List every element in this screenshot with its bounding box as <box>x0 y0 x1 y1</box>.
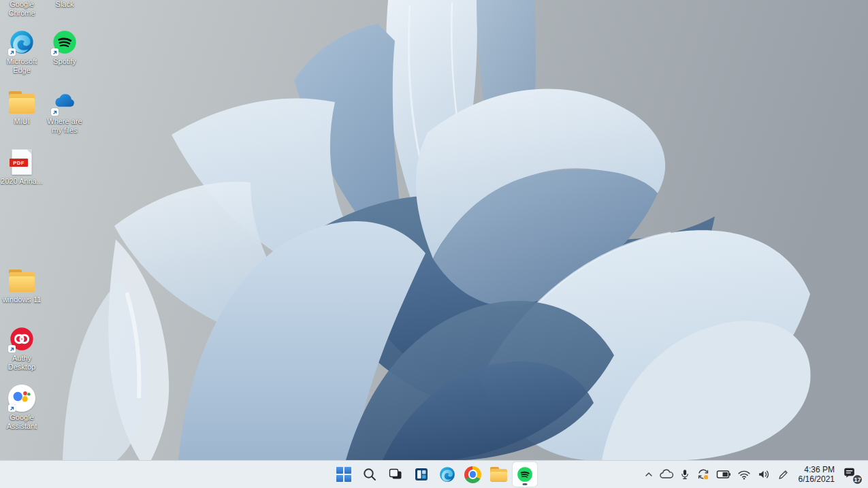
pen-icon <box>776 468 790 481</box>
pdf-icon: PDF <box>12 149 32 175</box>
pen-tray-button[interactable] <box>776 468 790 481</box>
search-icon <box>361 466 378 483</box>
folder-icon <box>8 270 35 292</box>
icon-label: MIUI <box>14 117 29 126</box>
taskbar-center-icons <box>332 461 537 488</box>
icon-label: Slack <box>56 0 74 9</box>
icon-label: Google Assistant <box>0 413 44 431</box>
desktop-icon-windows-11-folder[interactable]: windows 11 <box>0 267 44 304</box>
icon-label: Authy Desktop <box>0 354 44 372</box>
clock[interactable]: 4:36 PM 6/16/2021 <box>799 465 835 484</box>
shortcut-arrow-icon <box>8 345 16 353</box>
widgets-button[interactable] <box>409 462 434 487</box>
volume-tray-button[interactable] <box>756 468 771 481</box>
notification-center-button[interactable]: 17 <box>842 466 857 483</box>
system-tray: 4:36 PM 6/16/2021 17 <box>643 461 864 488</box>
pdf-badge: PDF <box>10 159 28 167</box>
task-view-button[interactable] <box>383 462 408 487</box>
shortcut-arrow-icon <box>51 48 59 56</box>
desktop-icon-2020-anna-pdf[interactable]: PDF 2020 Anna... <box>0 148 44 186</box>
spotify-icon <box>516 466 534 483</box>
icon-label: Microsoft Edge <box>0 57 44 75</box>
windows-start-icon <box>336 467 351 482</box>
notification-count-badge: 17 <box>852 474 863 485</box>
spotify-taskbar-button[interactable] <box>513 462 537 487</box>
desktop-icon-microsoft-edge[interactable]: Microsoft Edge <box>0 29 44 75</box>
running-app-indicator <box>522 483 527 485</box>
battery-tray-button[interactable] <box>716 468 732 481</box>
wifi-icon <box>737 468 752 481</box>
folder-icon <box>8 91 35 114</box>
shortcut-arrow-icon <box>8 48 16 56</box>
wifi-tray-button[interactable] <box>737 468 752 481</box>
desktop-icon-google-assistant[interactable]: Google Assistant <box>0 385 44 431</box>
icon-label: Where are my files <box>43 117 86 135</box>
cloud-onedrive-icon <box>659 468 674 481</box>
microphone-tray-button[interactable] <box>679 467 691 482</box>
windows-11-desktop: Google Chrome Slack <box>0 0 868 488</box>
start-button[interactable] <box>332 462 356 487</box>
taskbar: 4:36 PM 6/16/2021 17 <box>0 460 868 488</box>
folder-icon <box>489 467 508 482</box>
desktop-icon-slack[interactable]: Slack <box>43 0 86 9</box>
microphone-icon <box>679 467 691 482</box>
sync-status-tray-button[interactable] <box>696 467 711 482</box>
search-button[interactable] <box>357 462 382 487</box>
chevron-up-icon <box>643 468 654 481</box>
icon-label: Spotify <box>53 57 76 66</box>
chrome-icon <box>464 466 481 483</box>
edge-icon <box>438 466 456 483</box>
shortcut-arrow-icon <box>51 108 59 116</box>
desktop-icon-area: Google Chrome Slack <box>0 0 136 460</box>
icon-label: 2020 Anna... <box>1 177 43 186</box>
task-view-icon <box>387 466 404 483</box>
hidden-icons-chevron[interactable] <box>643 468 654 481</box>
desktop-icon-authy-desktop[interactable]: Authy Desktop <box>0 325 44 372</box>
icon-label: windows 11 <box>3 295 42 304</box>
time-label: 4:36 PM <box>804 465 835 474</box>
edge-taskbar-button[interactable] <box>435 462 460 487</box>
desktop-icon-spotify[interactable]: Spotify <box>43 29 86 66</box>
icon-label: Google Chrome <box>0 0 44 18</box>
widgets-icon <box>413 466 430 483</box>
file-explorer-button[interactable] <box>487 462 511 487</box>
desktop-icon-miui-folder[interactable]: MIUI <box>0 88 44 126</box>
chrome-taskbar-button[interactable] <box>461 462 485 487</box>
shortcut-arrow-icon <box>8 404 16 412</box>
desktop-icon-google-chrome[interactable]: Google Chrome <box>0 0 44 18</box>
desktop-icon-where-are-my-files[interactable]: Where are my files <box>43 88 86 135</box>
sync-alert-icon <box>696 467 711 482</box>
volume-icon <box>756 468 771 481</box>
onedrive-tray-button[interactable] <box>659 468 674 481</box>
battery-icon <box>716 468 732 481</box>
date-label: 6/16/2021 <box>799 474 835 484</box>
